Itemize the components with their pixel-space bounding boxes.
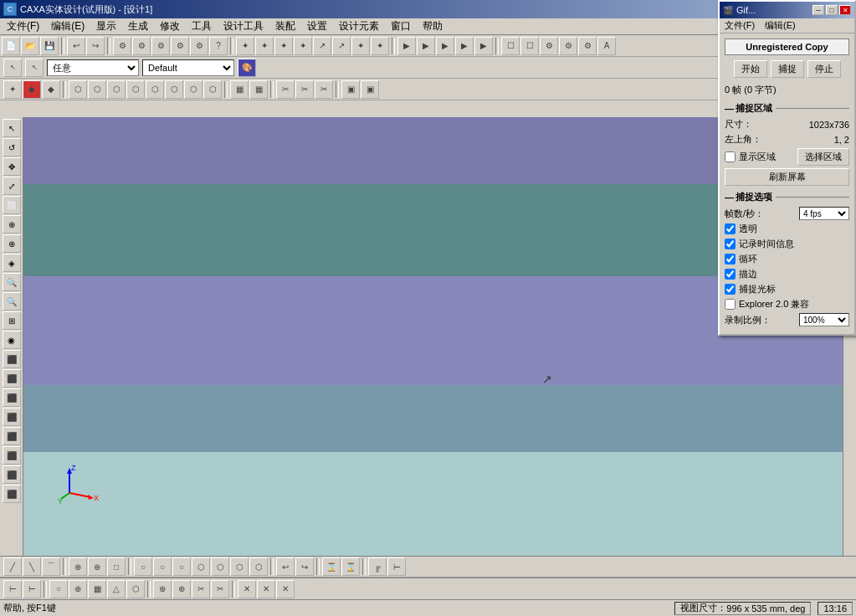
left-select[interactable]: ↖	[3, 119, 21, 137]
t3-btn11[interactable]: ⬡	[203, 80, 222, 99]
bt2-btn11[interactable]: ✂	[211, 580, 229, 598]
toolbar-btn27[interactable]: A	[597, 37, 616, 55]
t3-btn9[interactable]: ⬡	[165, 80, 183, 99]
select-tool[interactable]: ↖	[3, 59, 22, 77]
bt1-btn10[interactable]: ⬡	[192, 557, 210, 576]
gif-menu-file[interactable]: 文件(F)	[721, 18, 758, 33]
gif-refresh-btn[interactable]: 刷新屏幕	[725, 168, 849, 186]
left-btn17[interactable]: ⬛	[3, 427, 21, 445]
t3-btn12[interactable]: ▦	[230, 80, 249, 99]
left-move[interactable]: ✥	[3, 157, 21, 176]
toolbar-btn18[interactable]: ▶	[417, 37, 435, 55]
toolbar-btn19[interactable]: ▶	[436, 37, 454, 55]
t3-btn14[interactable]: ✂	[276, 80, 295, 99]
bt1-btn1[interactable]: ╱	[3, 557, 22, 576]
gif-showarea-checkbox[interactable]	[725, 151, 736, 162]
toolbar-btn11[interactable]: ✦	[274, 37, 293, 55]
gif-ratio-select[interactable]: 100%	[799, 313, 849, 326]
bt2-btn1[interactable]: ⊢	[3, 580, 22, 598]
bt2-btn8[interactable]: ⊕	[153, 580, 172, 598]
toolbar-btn16[interactable]: ✦	[371, 37, 389, 55]
menu-settings[interactable]: 设置	[302, 18, 332, 35]
bt1-btn8[interactable]: ○	[153, 557, 172, 576]
bt2-btn13[interactable]: ✕	[257, 580, 275, 598]
left-btn12[interactable]: ◉	[3, 331, 21, 349]
gif-menu-edit[interactable]: 编辑(E)	[761, 18, 799, 33]
gif-dither-checkbox[interactable]	[725, 269, 736, 280]
t3-btn10[interactable]: ⬡	[184, 80, 202, 99]
t3-btn4[interactable]: ⬡	[69, 80, 87, 99]
gif-close-btn[interactable]: ✕	[839, 5, 851, 15]
left-btn8[interactable]: ◈	[3, 254, 21, 272]
bt2-btn14[interactable]: ✕	[276, 580, 295, 598]
bt1-btn6[interactable]: □	[107, 557, 126, 576]
menu-assembly[interactable]: 装配	[270, 18, 300, 35]
toolbar-btn13[interactable]: ↗	[313, 37, 331, 55]
toolbar-btn3[interactable]: ⚙	[113, 37, 131, 55]
bt2-btn2[interactable]: ⊢	[23, 580, 41, 598]
t3-btn5[interactable]: ⬡	[88, 80, 106, 99]
toolbar-btn8[interactable]: ?	[209, 37, 228, 55]
style-dropdown[interactable]: Default	[142, 59, 234, 76]
gif-fps-select[interactable]: 4 fps	[799, 207, 849, 220]
gif-stop-btn[interactable]: 停止	[807, 60, 841, 78]
gif-transparent-checkbox[interactable]	[725, 223, 736, 234]
toolbar-btn24[interactable]: ⚙	[540, 37, 558, 55]
t3-btn7[interactable]: ⬡	[126, 80, 145, 99]
bt1-btn17[interactable]: ⌛	[341, 557, 360, 576]
t3-btn3[interactable]: ◆	[42, 80, 60, 99]
toolbar-btn23[interactable]: ☐	[520, 37, 539, 55]
bt1-btn11[interactable]: ⬡	[211, 557, 229, 576]
left-btn18[interactable]: ⬛	[3, 446, 21, 465]
gif-explorer-checkbox[interactable]	[725, 299, 736, 310]
left-zoom-in[interactable]: 🔍	[3, 273, 21, 291]
gif-maximize-btn[interactable]: □	[826, 5, 838, 15]
t3-btn6[interactable]: ⬡	[107, 80, 126, 99]
bt1-btn14[interactable]: ↩	[276, 557, 295, 576]
toolbar-new[interactable]: 📄	[2, 37, 20, 55]
left-btn16[interactable]: ⬛	[3, 408, 21, 426]
toolbar-btn12[interactable]: ✦	[294, 37, 312, 55]
bt1-btn12[interactable]: ⬡	[230, 557, 249, 576]
toolbar-btn9[interactable]: ✦	[236, 37, 254, 55]
toolbar-btn20[interactable]: ▶	[455, 37, 474, 55]
t3-btn8[interactable]: ⬡	[146, 80, 164, 99]
type-dropdown[interactable]: 任意	[47, 59, 139, 76]
bt2-btn9[interactable]: ⊕	[172, 580, 191, 598]
bt2-btn5[interactable]: ▦	[88, 580, 106, 598]
toolbar-btn7[interactable]: ⚙	[190, 37, 208, 55]
t3-btn2[interactable]: ◆	[23, 80, 41, 99]
bt2-btn7[interactable]: ⬡	[126, 580, 145, 598]
left-btn15[interactable]: ⬛	[3, 388, 21, 407]
menu-file[interactable]: 文件(F)	[2, 18, 44, 35]
bt1-btn4[interactable]: ⊕	[69, 557, 87, 576]
select-tool2[interactable]: ↖	[25, 59, 44, 77]
bt1-btn9[interactable]: ○	[172, 557, 191, 576]
t3-btn13[interactable]: ▦	[249, 80, 268, 99]
toolbar-btn4[interactable]: ⚙	[132, 37, 151, 55]
left-rotate[interactable]: ↺	[3, 138, 21, 157]
bt1-btn3[interactable]: ⌒	[42, 557, 60, 576]
gif-start-btn[interactable]: 开始	[734, 60, 767, 78]
left-zoom-out[interactable]: 🔍	[3, 292, 21, 311]
gif-loop-checkbox[interactable]	[725, 254, 736, 264]
left-scale[interactable]: ⤢	[3, 177, 21, 195]
toolbar-btn21[interactable]: ▶	[474, 37, 493, 55]
left-btn7[interactable]: ⊕	[3, 234, 21, 253]
left-btn19[interactable]: ⬛	[3, 465, 21, 484]
left-btn5[interactable]: ⬜	[3, 196, 21, 214]
bt2-btn6[interactable]: △	[107, 580, 126, 598]
gif-minimize-btn[interactable]: ─	[812, 5, 824, 15]
gif-recordtime-checkbox[interactable]	[725, 239, 736, 249]
toolbar-btn6[interactable]: ⚙	[171, 37, 189, 55]
toolbar-btn14[interactable]: ↗	[332, 37, 351, 55]
menu-generate[interactable]: 生成	[123, 18, 153, 35]
toolbar-btn10[interactable]: ✦	[255, 37, 274, 55]
gif-cursor-checkbox[interactable]	[725, 284, 736, 295]
bt1-btn5[interactable]: ⊕	[88, 557, 106, 576]
menu-tools[interactable]: 工具	[187, 18, 217, 35]
left-btn13[interactable]: ⬛	[3, 350, 21, 368]
bt2-btn3[interactable]: ○	[49, 580, 68, 598]
t3-btn1[interactable]: ✦	[3, 80, 22, 99]
toolbar-save[interactable]: 💾	[40, 37, 59, 55]
